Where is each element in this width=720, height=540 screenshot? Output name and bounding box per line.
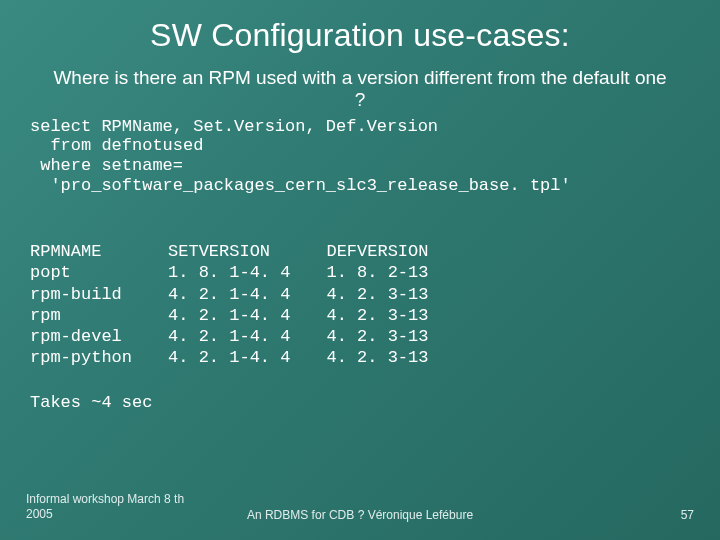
cell: 4. 2. 1-4. 4 xyxy=(168,306,290,325)
col-header: DEFVERSION xyxy=(326,242,428,261)
results-col-setversion: SETVERSION 1. 8. 1-4. 4 4. 2. 1-4. 4 4. … xyxy=(168,241,290,369)
page-number: 57 xyxy=(681,508,694,522)
cell: rpm-python xyxy=(30,348,132,367)
results-col-defversion: DEFVERSION 1. 8. 2-13 4. 2. 3-13 4. 2. 3… xyxy=(326,241,428,369)
cell: 1. 8. 1-4. 4 xyxy=(168,263,290,282)
slide-subtitle: Where is there an RPM used with a versio… xyxy=(50,67,670,111)
slide-title: SW Configuration use-cases: xyxy=(30,18,690,53)
query-line: where setname= xyxy=(30,156,183,175)
query-line: select RPMName, Set.Version, Def.Version xyxy=(30,117,438,136)
col-header: SETVERSION xyxy=(168,242,270,261)
results-table: RPMNAME popt rpm-build rpm rpm-devel rpm… xyxy=(30,241,690,369)
footer-date: Informal workshop March 8 th 2005 xyxy=(26,492,196,522)
cell: 4. 2. 1-4. 4 xyxy=(168,285,290,304)
cell: 1. 8. 2-13 xyxy=(326,263,428,282)
cell: popt xyxy=(30,263,71,282)
query-line: 'pro_software_packages_cern_slc3_release… xyxy=(30,176,571,195)
timing-note: Takes ~4 sec xyxy=(30,393,690,412)
cell: 4. 2. 1-4. 4 xyxy=(168,327,290,346)
cell: 4. 2. 3-13 xyxy=(326,348,428,367)
footer-title: An RDBMS for CDB ? Véronique Lefébure xyxy=(247,508,473,522)
cell: 4. 2. 3-13 xyxy=(326,306,428,325)
cell: rpm xyxy=(30,306,61,325)
cell: 4. 2. 3-13 xyxy=(326,327,428,346)
sql-query: select RPMName, Set.Version, Def.Version… xyxy=(30,117,690,195)
col-header: RPMNAME xyxy=(30,242,101,261)
cell: 4. 2. 1-4. 4 xyxy=(168,348,290,367)
slide-footer: Informal workshop March 8 th 2005 An RDB… xyxy=(0,492,720,522)
slide: SW Configuration use-cases: Where is the… xyxy=(0,0,720,540)
results-col-rpmname: RPMNAME popt rpm-build rpm rpm-devel rpm… xyxy=(30,241,132,369)
cell: 4. 2. 3-13 xyxy=(326,285,428,304)
query-line: from defnotused xyxy=(30,136,203,155)
cell: rpm-build xyxy=(30,285,122,304)
cell: rpm-devel xyxy=(30,327,122,346)
